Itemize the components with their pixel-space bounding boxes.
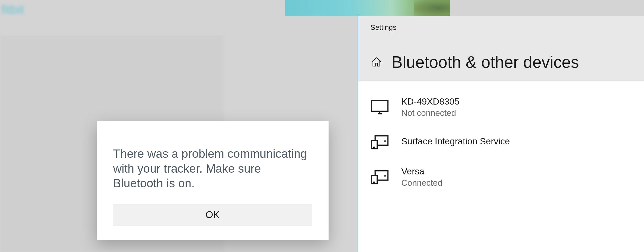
device-item-versa[interactable]: Versa Connected (370, 166, 632, 188)
device-name-label: Versa (401, 166, 442, 176)
device-item-kd49xd8305[interactable]: KD-49XD8305 Not connected (370, 96, 632, 118)
error-dialog: There was a problem communicating with y… (97, 121, 329, 240)
blurred-app-logo: fitbit (1, 3, 24, 17)
device-status-label: Not connected (401, 108, 459, 118)
device-name-label: Surface Integration Service (401, 136, 510, 146)
device-text: Versa Connected (401, 166, 442, 188)
device-text: KD-49XD8305 Not connected (401, 96, 459, 118)
device-text: Surface Integration Service (401, 136, 510, 148)
device-status-label: Connected (401, 178, 442, 188)
device-list: KD-49XD8305 Not connected Surface Integr… (358, 81, 644, 203)
settings-title-row: Bluetooth & other devices (370, 53, 644, 72)
svg-rect-0 (371, 100, 388, 111)
page-title: Bluetooth & other devices (392, 53, 579, 72)
multi-device-icon (370, 169, 389, 185)
settings-window-title: Settings (370, 23, 644, 32)
device-name-label: KD-49XD8305 (401, 96, 459, 107)
settings-header: Settings Bluetooth & other devices (358, 16, 644, 81)
dialog-message-text: There was a problem communicating with y… (113, 146, 312, 191)
home-icon[interactable] (370, 56, 382, 68)
settings-window: Settings Bluetooth & other devices KD (358, 16, 644, 252)
multi-device-icon (370, 134, 389, 150)
ok-button[interactable]: OK (113, 204, 312, 226)
monitor-icon (370, 99, 389, 115)
device-item-surface-integration[interactable]: Surface Integration Service (370, 134, 632, 150)
taskbar-thumbnail (285, 0, 450, 16)
